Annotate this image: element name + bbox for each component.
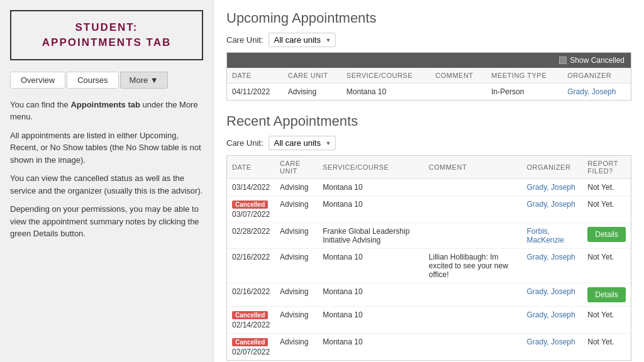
upcoming-service-cell: Montana 10 xyxy=(341,84,430,101)
recent-organizer-link[interactable]: Grady, Joseph xyxy=(527,287,575,296)
recent-careunit-cell: Advising xyxy=(275,334,318,361)
recent-careunit-cell: Advising xyxy=(275,307,318,334)
recent-organizer-cell: Grady, Joseph xyxy=(522,249,583,283)
recent-comment-cell xyxy=(424,223,522,249)
recent-organizer-cell: Forbis, MacKenzie xyxy=(522,223,583,249)
recent-organizer-link[interactable]: Grady, Joseph xyxy=(527,183,575,192)
upcoming-careunit-cell: Advising xyxy=(283,84,341,101)
recent-date-cell: Cancelled02/07/2022 xyxy=(227,334,275,361)
recent-col-comment: COMMENT xyxy=(424,156,522,179)
upcoming-col-comment: COMMENT xyxy=(430,68,486,84)
recent-table-row: Cancelled02/14/2022 Advising Montana 10 … xyxy=(227,307,631,334)
recent-date-cell: Cancelled03/07/2022 xyxy=(227,196,275,223)
recent-service-cell: Montana 10 xyxy=(318,283,424,307)
recent-service-cell: Franke Global Leadership Initiative Advi… xyxy=(318,223,424,249)
upcoming-comment-cell xyxy=(430,84,486,101)
recent-col-report: REPORTFILED? xyxy=(582,156,631,179)
upcoming-col-organizer: ORGANIZER xyxy=(562,68,631,84)
recent-date-cell: 02/28/2022 xyxy=(227,223,275,249)
recent-organizer-link[interactable]: Grady, Joseph xyxy=(527,337,575,346)
upcoming-table-row: 04/11/2022 Advising Montana 10 In-Person… xyxy=(227,84,631,101)
recent-table-row: 02/16/2022 Advising Montana 10 Grady, Jo… xyxy=(227,283,631,307)
recent-table-row: 02/28/2022 Advising Franke Global Leader… xyxy=(227,223,631,249)
upcoming-care-unit-label: Care Unit: xyxy=(226,35,264,45)
recent-report-cell: Not Yet. xyxy=(582,196,631,223)
recent-date-cell: 03/14/2022 xyxy=(227,179,275,196)
recent-date-cell: 02/16/2022 xyxy=(227,249,275,283)
recent-organizer-cell: Grady, Joseph xyxy=(522,179,583,196)
cancelled-badge: Cancelled xyxy=(232,338,268,346)
recent-section-title: Recent Appointments xyxy=(226,113,631,129)
recent-table-row: Cancelled03/07/2022 Advising Montana 10 … xyxy=(227,196,631,223)
recent-col-organizer: ORGANIZER xyxy=(522,156,583,179)
details-button[interactable]: Details xyxy=(587,287,626,302)
recent-service-cell: Montana 10 xyxy=(318,249,424,283)
recent-report-cell: Not Yet. xyxy=(582,307,631,334)
left-panel: STUDENT: APPOINTMENTS TAB Overview Cours… xyxy=(0,0,214,362)
recent-care-unit-label: Care Unit: xyxy=(226,138,264,148)
recent-care-unit-select[interactable]: All care units xyxy=(269,136,336,150)
recent-organizer-link[interactable]: Forbis, MacKenzie xyxy=(527,227,564,244)
recent-service-cell: Montana 10 xyxy=(318,196,424,223)
recent-service-cell: Montana 10 xyxy=(318,179,424,196)
recent-table: DATE CARE UNIT SERVICE/COURSE COMMENT OR… xyxy=(227,156,631,360)
upcoming-table-container: Show Cancelled DATE CARE UNIT SERVICE/CO… xyxy=(226,52,631,101)
recent-careunit-cell: Advising xyxy=(275,283,318,307)
recent-col-careunit: CARE UNIT xyxy=(275,156,318,179)
upcoming-col-meetingtype: MEETING TYPE xyxy=(486,68,562,84)
recent-care-unit-row: Care Unit: All care units xyxy=(226,136,631,150)
title-box: STUDENT: APPOINTMENTS TAB xyxy=(10,10,203,60)
tab-courses[interactable]: Courses xyxy=(67,72,118,89)
recent-table-row: 02/16/2022 Advising Montana 10 Lillian H… xyxy=(227,249,631,283)
recent-comment-cell xyxy=(424,307,522,334)
recent-section: Recent Appointments Care Unit: All care … xyxy=(226,113,631,361)
recent-comment-cell xyxy=(424,283,522,307)
recent-organizer-cell: Grady, Joseph xyxy=(522,196,583,223)
description-text: You can find the Appointments tab under … xyxy=(10,99,203,246)
upcoming-meetingtype-cell: In-Person xyxy=(486,84,562,101)
upcoming-organizer-link[interactable]: Grady, Joseph xyxy=(567,87,616,96)
page-title: STUDENT: APPOINTMENTS TAB xyxy=(18,20,196,50)
recent-organizer-link[interactable]: Grady, Joseph xyxy=(527,310,575,319)
cancelled-badge: Cancelled xyxy=(232,311,268,319)
recent-col-service: SERVICE/COURSE xyxy=(318,156,424,179)
recent-careunit-cell: Advising xyxy=(275,249,318,283)
recent-organizer-link[interactable]: Grady, Joseph xyxy=(527,200,575,209)
recent-organizer-cell: Grady, Joseph xyxy=(522,334,583,361)
upcoming-section-title: Upcoming Appointments xyxy=(226,10,631,26)
recent-organizer-link[interactable]: Grady, Joseph xyxy=(527,253,575,261)
tab-overview[interactable]: Overview xyxy=(10,72,65,89)
recent-date-cell: 02/16/2022 xyxy=(227,283,275,307)
upcoming-date-cell: 04/11/2022 xyxy=(227,84,283,101)
upcoming-care-unit-select-wrapper[interactable]: All care units xyxy=(269,33,336,47)
upcoming-organizer-cell: Grady, Joseph xyxy=(562,84,631,101)
upcoming-care-unit-row: Care Unit: All care units xyxy=(226,33,631,47)
recent-report-cell: Not Yet. xyxy=(582,179,631,196)
recent-table-row: 03/14/2022 Advising Montana 10 Grady, Jo… xyxy=(227,179,631,196)
show-cancelled-checkbox[interactable] xyxy=(559,57,567,64)
tab-more[interactable]: More ▼ xyxy=(120,72,168,89)
recent-organizer-cell: Grady, Joseph xyxy=(522,283,583,307)
cancelled-badge: Cancelled xyxy=(232,200,268,209)
recent-care-unit-select-wrapper[interactable]: All care units xyxy=(269,136,336,150)
recent-table-row: Cancelled02/07/2022 Advising Montana 10 … xyxy=(227,334,631,361)
recent-report-cell: Details xyxy=(582,223,631,249)
recent-col-date: DATE xyxy=(227,156,275,179)
show-cancelled-bar: Show Cancelled xyxy=(227,53,631,68)
recent-table-container: DATE CARE UNIT SERVICE/COURSE COMMENT OR… xyxy=(226,155,631,361)
recent-report-cell: Not Yet. xyxy=(582,249,631,283)
recent-careunit-cell: Advising xyxy=(275,179,318,196)
recent-comment-cell: Lillian Hollibaugh: Im excited to see yo… xyxy=(424,249,522,283)
show-cancelled-label: Show Cancelled xyxy=(570,56,625,65)
recent-comment-cell xyxy=(424,179,522,196)
details-button[interactable]: Details xyxy=(587,227,626,242)
recent-careunit-cell: Advising xyxy=(275,196,318,223)
upcoming-care-unit-select[interactable]: All care units xyxy=(269,33,336,47)
upcoming-table: DATE CARE UNIT SERVICE/COURSE COMMENT ME… xyxy=(227,68,631,100)
recent-service-cell: Montana 10 xyxy=(318,334,424,361)
recent-comment-cell xyxy=(424,334,522,361)
right-panel: Upcoming Appointments Care Unit: All car… xyxy=(214,0,644,362)
recent-comment-cell xyxy=(424,196,522,223)
upcoming-col-date: DATE xyxy=(227,68,283,84)
recent-report-cell: Not Yet. xyxy=(582,334,631,361)
